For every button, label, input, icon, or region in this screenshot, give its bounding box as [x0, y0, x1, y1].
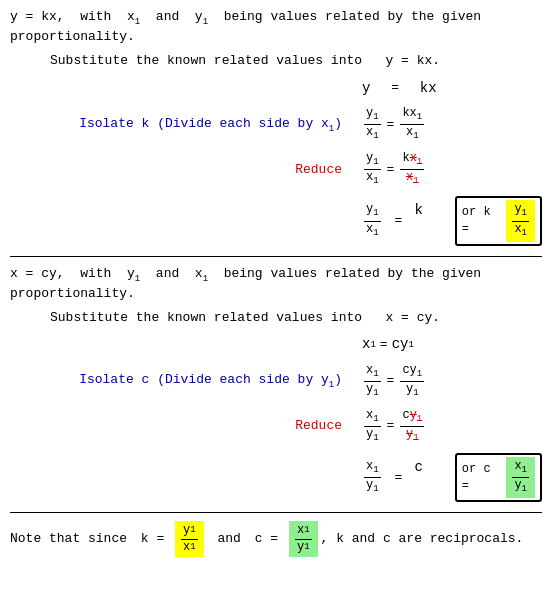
section1-step1: y = kx: [10, 79, 542, 99]
note-c-fraction: x1 y1: [289, 521, 318, 557]
frac-x1-y1: x1 y1: [364, 363, 381, 400]
section1-reduce-label: Reduce: [10, 161, 362, 179]
section2-isolate-label: Isolate c (Divide each side by y1): [10, 371, 362, 391]
section2-substitute: Substitute the known related values into…: [50, 309, 542, 327]
section2-eq2: x1 y1 = cy1 y1: [362, 363, 542, 400]
or-k-box: or k = y1 x1: [455, 196, 542, 245]
section1-step4: y1 x1 = k or k = y1 x1: [10, 196, 542, 245]
note-k-label: k =: [141, 530, 172, 548]
frac-y1-x1-c: y1 x1: [364, 202, 381, 239]
note-k-fraction: y1 x1: [175, 521, 204, 557]
frac-y1-x1-highlight: y1 x1: [512, 202, 529, 239]
frac-y1-x1: y1 x1: [364, 106, 381, 143]
section2-step3: Reduce x1 y1 = cy1 y1: [10, 408, 542, 445]
frac-kx1-x1: kx1 x1: [400, 106, 424, 143]
note-and: and: [217, 530, 240, 548]
frac-kx1-x1-b: kx1 x1: [400, 151, 424, 188]
section2: x = cy, with y1 and x1 being values rela…: [10, 265, 542, 503]
note-line: Note that since k = y1 x1 and c = x1 y1 …: [10, 521, 542, 557]
section1-step3: Reduce y1 x1 = kx1 x1: [10, 151, 542, 188]
section1-intro: y = kx, with x1 and y1 being values rela…: [10, 8, 542, 46]
frac-x1-y1-c: x1 y1: [364, 459, 381, 496]
frac-cy1-y1: cy1 y1: [400, 363, 424, 400]
section1-eq2: y1 x1 = kx1 x1: [362, 106, 542, 143]
divider2: [10, 512, 542, 513]
section2-step1: x1 = cy 1: [10, 335, 542, 355]
section2-step4: x1 y1 = c or c = x1 y1: [10, 453, 542, 502]
frac-y1-x1-b: y1 x1: [364, 151, 381, 188]
section1-eq1: y = kx: [362, 79, 542, 99]
section2-eq3: x1 y1 = cy1 y1: [362, 408, 542, 445]
or-c-box: or c = x1 y1: [455, 453, 542, 502]
section1: y = kx, with x1 and y1 being values rela…: [10, 8, 542, 246]
section2-eq1: x1 = cy 1: [362, 335, 542, 355]
section1-eq4: y1 x1 = k or k = y1 x1: [362, 196, 542, 245]
section2-reduce-label: Reduce: [10, 417, 362, 435]
frac-cy1-y1-b: cy1 y1: [400, 408, 424, 445]
frac-x1-y1-highlight: x1 y1: [512, 459, 529, 496]
section2-intro: x = cy, with y1 and x1 being values rela…: [10, 265, 542, 303]
note-text-after: , k and c are reciprocals.: [321, 530, 524, 548]
divider1: [10, 256, 542, 257]
section2-eq4: x1 y1 = c or c = x1 y1: [362, 453, 542, 502]
section2-step2: Isolate c (Divide each side by y1) x1 y1…: [10, 363, 542, 400]
section1-isolate-label: Isolate k (Divide each side by x1): [10, 115, 362, 135]
section1-step2: Isolate k (Divide each side by x1) y1 x1…: [10, 106, 542, 143]
section1-substitute: Substitute the known related values into…: [50, 52, 542, 70]
section1-eq3: y1 x1 = kx1 x1: [362, 151, 542, 188]
frac-x1-y1-b: x1 y1: [364, 408, 381, 445]
note-text-before: Note that since: [10, 530, 127, 548]
note-c-label: c =: [255, 530, 286, 548]
